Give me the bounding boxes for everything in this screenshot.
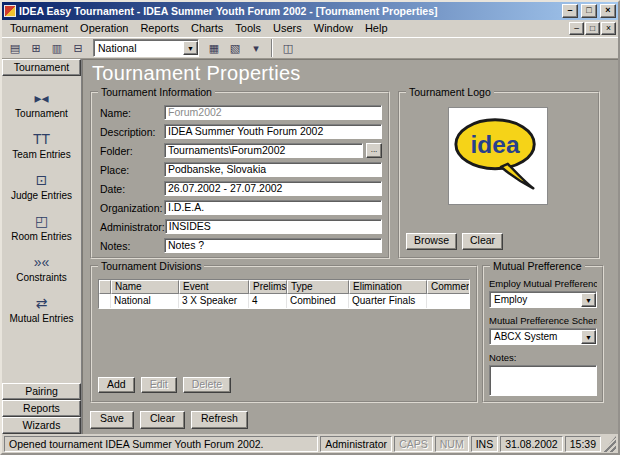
main-panel: Tournament Properties Tournament Informa… [82,59,618,434]
sidebar-item-tournament[interactable]: ▸◂ Tournament [2,88,81,120]
toolbar-button-2[interactable]: ⊞ [26,38,46,58]
menu-tournament[interactable]: Tournament [4,20,74,37]
mutual-preference-scheme-combo[interactable]: ABCX System ▼ [489,328,597,345]
refresh-button[interactable]: Refresh [191,411,248,429]
sidebar-section-tournament[interactable]: Tournament [2,59,81,76]
clear-button[interactable]: Clear [140,411,185,429]
tournament-divisions-legend: Tournament Divisions [98,260,204,272]
toolbar: ▤ ⊞ ▥ ⊟ National ▼ ▦ ▧ ▾ ◫ [2,37,618,59]
tournament-icon: ▸◂ [27,88,57,108]
maximize-button[interactable]: □ [581,4,597,18]
chevron-down-icon[interactable]: ▼ [581,330,596,344]
division-combo[interactable]: National ▼ [93,39,199,57]
column-header-type[interactable]: Type [287,280,349,294]
menu-reports[interactable]: Reports [134,20,185,37]
place-label: Place: [100,164,164,176]
chevron-down-icon[interactable]: ▼ [581,293,596,307]
place-field[interactable]: Podbanske, Slovakia [164,162,382,177]
status-time: 15:39 [565,436,601,452]
status-message: Opened tournament IDEA Summer Youth Foru… [4,436,318,452]
toolbar-button-4[interactable]: ⊟ [68,38,88,58]
tournament-information-legend: Tournament Information [98,86,215,98]
column-header-comment[interactable]: Comment [427,280,469,294]
status-ins-indicator: INS [471,436,499,452]
delete-division-button[interactable]: Delete [183,377,231,393]
toolbar-separator [271,39,273,57]
date-field[interactable]: 26.07.2002 - 27.07.2002 [164,181,382,196]
column-header-elimination[interactable]: Elimination [349,280,427,294]
mdi-minimize-button[interactable]: – [569,22,584,35]
status-num-indicator: NUM [435,436,469,452]
tournament-logo-image: idea [448,107,548,205]
chevron-down-icon[interactable]: ▼ [183,41,198,55]
divisions-table-header: Name Event Prelims Type Elimination Comm… [99,280,469,294]
menu-window[interactable]: Window [308,20,359,37]
browse-button[interactable]: Browse [406,233,457,250]
organization-field[interactable]: I.D.E.A. [164,200,382,215]
name-field[interactable]: Forum2002 [164,105,382,120]
cell-type: Combined [287,294,349,308]
menu-operation[interactable]: Operation [74,20,134,37]
status-date: 31.08.2002 [500,436,563,452]
save-button[interactable]: Save [90,411,134,429]
mutual-entries-icon: ⇄ [27,293,57,313]
action-buttons: Save Clear Refresh [90,411,248,429]
mutual-preference-group: Mutual Prefference Employ Mutual Preffer… [482,265,604,403]
employ-combo-value: Employ [494,294,581,305]
mutual-notes-field[interactable] [489,365,597,396]
room-entries-icon: ◰ [27,211,57,231]
sidebar-section-reports[interactable]: Reports [2,400,81,417]
toolbar-button-5[interactable]: ▦ [204,38,224,58]
division-row[interactable]: National 3 X Speaker 4 Combined Quarter … [99,294,469,308]
toolbar-button-6[interactable]: ▧ [225,38,245,58]
column-header-name[interactable]: Name [111,280,179,294]
sidebar-item-room-entries[interactable]: ◰ Room Entries [2,211,81,243]
logo-clear-button[interactable]: Clear [462,233,503,250]
sidebar-item-mutual-entries[interactable]: ⇄ Mutual Entries [2,293,81,325]
mdi-restore-icon: □ [590,23,595,33]
menu-users[interactable]: Users [267,20,308,37]
cell-name: National [111,294,179,308]
menubar: Tournament Operation Reports Charts Tool… [2,20,618,37]
menu-tools[interactable]: Tools [229,20,267,37]
toolbar-icon-4: ⊟ [73,42,82,54]
folder-field[interactable]: Tournaments\Forum2002 [164,143,363,158]
sidebar-section-pairing[interactable]: Pairing [2,383,81,400]
folder-browse-button[interactable]: ... [366,143,382,158]
administrator-field[interactable]: INSIDES [165,219,382,234]
column-header-prelims[interactable]: Prelims [249,280,287,294]
toolbar-icon-2: ⊞ [31,42,40,54]
sidebar-section-wizards[interactable]: Wizards [2,417,81,434]
column-header-event[interactable]: Event [179,280,249,294]
close-button[interactable]: × [600,4,616,18]
window-title: IDEA Easy Tournament - IDEA Summer Youth… [19,5,559,17]
resize-grip[interactable] [603,436,616,452]
sidebar-item-judge-entries[interactable]: ⊡ Judge Entries [2,170,81,202]
notes-label: Notes: [100,240,164,252]
toolbar-button-7[interactable]: ◫ [278,38,298,58]
description-field[interactable]: IDEA Summer Youth Forum 2002 [164,124,382,139]
page-title: Tournament Properties [92,62,301,85]
sidebar-item-constraints[interactable]: »« Constraints [2,252,81,284]
toolbar-dropdown-button[interactable]: ▾ [246,38,266,58]
sidebar-content: ▸◂ Tournament TT Team Entries ⊡ Judge En… [2,76,81,383]
row-gutter-cell [99,294,111,308]
employ-mutual-preference-combo[interactable]: Employ ▼ [489,291,597,308]
minimize-button[interactable]: – [562,4,578,18]
mdi-restore-button[interactable]: □ [585,22,600,35]
toolbar-button-3[interactable]: ▥ [47,38,67,58]
date-label: Date: [100,183,164,195]
employ-mutual-preference-label: Employ Mutual Prefference: [489,278,597,289]
toolbar-icon-1: ▤ [10,42,20,54]
division-combo-value: National [98,42,183,54]
toolbar-button-1[interactable]: ▤ [5,38,25,58]
idea-logo-icon: idea [449,108,547,204]
menu-charts[interactable]: Charts [185,20,229,37]
add-division-button[interactable]: Add [98,377,135,393]
mdi-close-button[interactable]: × [601,22,616,35]
menu-help[interactable]: Help [359,20,394,37]
toolbar-dropdown-icon: ▾ [253,42,259,54]
sidebar-item-team-entries[interactable]: TT Team Entries [2,129,81,161]
edit-division-button[interactable]: Edit [141,377,177,393]
notes-field[interactable]: Notes ? [164,238,382,253]
